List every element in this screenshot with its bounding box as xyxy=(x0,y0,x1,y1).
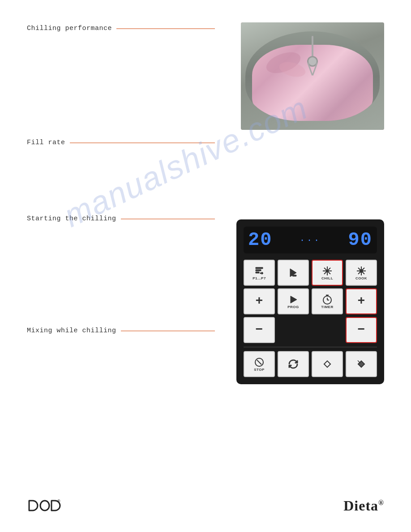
cook-icon xyxy=(356,266,367,276)
prog-label: PROG xyxy=(287,305,299,309)
chilling-performance-title: Chilling performance xyxy=(27,25,112,32)
stop-label: STOP xyxy=(254,368,265,372)
starting-chilling-line xyxy=(121,219,215,219)
dieta-trademark: ® xyxy=(378,499,384,506)
arrow-button[interactable] xyxy=(278,260,309,286)
stop-button[interactable]: STOP xyxy=(244,351,275,377)
minus-left-button[interactable]: − xyxy=(244,317,275,343)
mixing-chilling-line xyxy=(121,330,215,331)
chill-icon xyxy=(322,266,333,276)
section-mixing-chilling: Mixing while chilling xyxy=(27,327,215,338)
dieta-logo-container: Dieta® xyxy=(343,498,384,514)
starting-chilling-title: Starting the chilling xyxy=(27,215,116,223)
chilling-performance-line xyxy=(116,28,215,29)
timer-icon xyxy=(322,294,333,305)
footer: ® Dieta® xyxy=(27,498,384,514)
display-dots: ··· xyxy=(300,235,321,245)
mixing-chilling-title: Mixing while chilling xyxy=(27,327,116,335)
fill-rate-line xyxy=(70,142,215,143)
timer-button[interactable]: TIMER xyxy=(312,288,343,314)
rotate-cw-icon xyxy=(322,359,333,369)
p1p7-icon xyxy=(254,266,265,276)
display-row: 20 ··· 90 xyxy=(244,227,377,253)
machine-photo-image xyxy=(241,22,384,130)
button-grid: P1...P7 CHILL xyxy=(244,260,377,377)
section-fill-rate: Fill rate xyxy=(27,139,215,150)
svg-rect-0 xyxy=(292,275,296,276)
arrow-icon xyxy=(288,267,299,278)
machine-photo xyxy=(241,22,384,130)
empty-btn-2 xyxy=(312,317,343,343)
dod-logo: ® xyxy=(27,498,63,514)
section-starting-chilling: Starting the chilling xyxy=(27,215,215,226)
mixing-chilling-heading: Mixing while chilling xyxy=(27,327,215,335)
rotate-ccw-button[interactable] xyxy=(346,351,377,377)
svg-line-18 xyxy=(257,360,261,365)
chilling-performance-heading: Chilling performance xyxy=(27,25,215,32)
section-chilling-performance: Chilling performance xyxy=(27,25,215,36)
empty-btn-1 xyxy=(278,317,309,343)
page: manualshive.com Chilling performance xyxy=(0,0,411,532)
svg-point-5 xyxy=(326,270,329,272)
plus-right-button[interactable]: + xyxy=(346,288,377,314)
svg-point-22 xyxy=(40,501,49,511)
grid-separator xyxy=(244,347,377,348)
plus-left-icon: + xyxy=(256,295,263,308)
prog-icon xyxy=(288,294,299,305)
p1p7-label: P1...P7 xyxy=(253,276,266,280)
rotate-ccw-icon xyxy=(356,359,367,369)
minus-right-icon: − xyxy=(358,324,365,336)
cook-button[interactable]: COOK xyxy=(346,260,377,286)
control-panel: 20 ··· 90 P1...P7 xyxy=(236,219,384,384)
plus-right-icon: + xyxy=(358,295,365,308)
svg-text:®: ® xyxy=(57,499,60,503)
refresh-icon xyxy=(288,359,299,369)
svg-marker-11 xyxy=(291,296,297,303)
cook-label: COOK xyxy=(355,276,367,280)
display-right-number: 90 xyxy=(348,229,372,251)
chill-button[interactable]: CHILL xyxy=(312,260,343,286)
refresh-button[interactable] xyxy=(278,351,309,377)
svg-rect-19 xyxy=(324,361,330,367)
plus-left-button[interactable]: + xyxy=(244,288,275,314)
dieta-logo-text: Dieta xyxy=(343,498,378,514)
p1p7-button[interactable]: P1...P7 xyxy=(244,260,275,286)
minus-left-icon: − xyxy=(256,324,263,336)
chill-label: CHILL xyxy=(321,276,333,280)
starting-chilling-heading: Starting the chilling xyxy=(27,215,215,223)
display-left-number: 20 xyxy=(248,229,272,251)
fill-rate-title: Fill rate xyxy=(27,139,65,146)
fill-rate-heading: Fill rate xyxy=(27,139,215,146)
prog-button[interactable]: PROG xyxy=(278,288,309,314)
minus-right-button[interactable]: − xyxy=(346,317,377,343)
stop-icon xyxy=(254,357,265,368)
dod-logo-container: ® xyxy=(27,498,63,514)
timer-label: TIMER xyxy=(321,305,333,309)
rotate-cw-button[interactable] xyxy=(312,351,343,377)
